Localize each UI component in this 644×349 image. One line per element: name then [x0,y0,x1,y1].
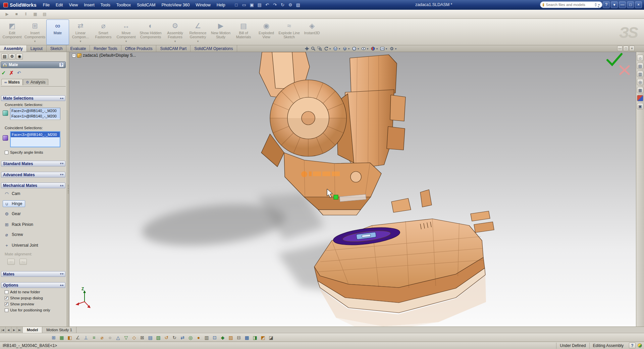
previous-view-icon[interactable] [323,46,329,52]
viewport-minimize-button[interactable]: — [617,46,623,51]
tab-scroll-next[interactable]: ▶ [11,327,17,333]
dropdown-caret-icon[interactable]: ▾ [395,47,398,50]
bottom-tool-icon[interactable]: ◩ [260,334,266,341]
tab-assembly[interactable]: Assembly [0,45,27,52]
bottom-tool-icon[interactable]: ▥ [203,334,210,341]
bottom-tool-icon[interactable]: ⊥ [83,334,89,341]
section-view-icon[interactable] [332,46,338,52]
menu-photoview[interactable]: PhotoView 360 [158,1,193,9]
tab-render-tools[interactable]: Render Tools [90,45,121,52]
explode-line-sketch-button[interactable]: ≈ Explode Line Sketch [278,19,301,45]
menu-toolbox[interactable]: Toolbox [113,1,134,9]
dropdown-caret-icon[interactable]: ▾ [376,47,379,50]
print-icon[interactable]: ▤ [256,2,263,8]
tab-office-products[interactable]: Office Products [121,45,157,52]
bottom-tool-icon[interactable]: ↻ [171,334,178,341]
show-hidden-components-button[interactable]: ◐ Show Hidden Components [138,19,164,45]
help-menu-button[interactable]: ▾ [611,1,618,8]
rebuild-icon[interactable]: ↻ [279,2,286,8]
add-to-new-folder-checkbox[interactable]: Add to new folder [5,290,40,294]
checkbox[interactable]: ✓ [5,296,8,300]
assembly-tree-label[interactable]: zadaca1 (Default<Display S... [83,53,136,58]
tab-analysis[interactable]: ⚙ Analysis [23,79,49,85]
aligned-button[interactable]: ↑↑ [7,259,15,265]
bottom-tool-icon[interactable]: ◆ [219,334,226,341]
apply-scene-icon[interactable] [379,46,385,52]
view-palette-icon[interactable]: ▦ [637,87,643,93]
undo-button[interactable]: ↶ [17,70,21,76]
options-icon[interactable]: ⚙ [287,2,294,8]
minimize-button[interactable]: — [619,1,626,8]
group-mechanical-mates[interactable]: Mechanical Mates ▲▲ [1,183,65,188]
design-library-icon[interactable]: ▤ [637,63,643,69]
use-for-positioning-only-checkbox[interactable]: Use for positioning only [5,308,50,312]
tab-sketch[interactable]: Sketch [47,45,67,52]
reference-geometry-button[interactable]: ∠ Reference Geometry ▾ [186,19,209,45]
mate-type-rack-pinion[interactable]: ⊞ Rack Pinion [3,221,36,228]
viewport[interactable]: Z + zadaca1 (Default<Display S... [69,52,636,327]
quick-tips-icon[interactable]: ? [629,343,636,348]
bottom-tool-icon[interactable]: ≡ [91,334,97,341]
redo-icon[interactable]: ↷ [272,2,278,8]
specify-angle-limits-checkbox[interactable]: Specify angle limits [5,150,43,155]
feature-tree-root[interactable]: + zadaca1 (Default<Display S... [72,53,136,58]
mate-type-screw[interactable]: ⌀ Screw [3,231,26,238]
mate-button[interactable]: ∞ Mate [46,19,69,45]
appearance-icon[interactable]: ▧ [295,2,302,8]
solidworks-resources-icon[interactable]: ⌂ [637,55,643,61]
bottom-tool-icon[interactable]: ⊡ [211,334,218,341]
bottom-tool-icon[interactable]: ⌀ [99,334,105,341]
3d-model-canvas[interactable]: Z [69,52,636,327]
group-advanced-mates[interactable]: Advanced Mates ▼▼ [1,172,65,178]
assembly-features-button[interactable]: ⚙ Assembly Features ▾ [164,19,186,45]
bottom-tool-icon[interactable]: ▽ [123,334,129,341]
coincident-selections-list[interactable]: Face<3>@IRB140_-_M200 [10,131,60,147]
mate-type-universal-joint[interactable]: + Universal Joint [3,242,41,249]
search-icon[interactable] [595,3,596,6]
help-icon[interactable]: ? [59,62,64,67]
open-icon[interactable]: ▭ [241,2,248,8]
cancel-button[interactable]: ✗ [9,70,13,76]
show-preview-checkbox[interactable]: ✓ Show preview [5,302,34,306]
stop-icon[interactable]: ■ [13,11,20,17]
smart-fasteners-button[interactable]: ⌀ Smart Fasteners [92,19,115,45]
confirmation-corner[interactable] [607,54,629,74]
bottom-tool-icon[interactable]: ◇ [131,334,138,341]
configuration-tab[interactable]: ◉ [16,53,23,59]
tab-mates[interactable]: ∞ Mates [1,79,23,85]
search-box[interactable]: ▾ [540,1,602,8]
undo-icon[interactable]: ↶ [264,2,271,8]
play-icon[interactable]: ▶ [3,11,11,17]
mate-type-hinge[interactable]: ∪ Hinge [3,200,25,207]
dropdown-caret-icon[interactable]: ▾ [358,47,360,50]
custom-properties-icon[interactable]: ▣ [637,103,643,109]
mate-type-cam[interactable]: ◠ Cam [3,190,23,197]
dropdown-caret-icon[interactable]: ▾ [386,47,388,50]
confirm-cancel-icon[interactable] [620,66,629,74]
bottom-tool-icon[interactable]: ▨ [227,334,234,341]
list-item[interactable]: Face<3>@IRB140_-_M200 [11,132,60,137]
bottom-tool-icon[interactable]: ▤ [147,334,154,341]
bottom-tool-icon[interactable]: ● [195,334,202,341]
insert-components-button[interactable]: ⊞ Insert Components ▾ [23,19,46,45]
tab-layout[interactable]: Layout [27,45,47,52]
results-icon[interactable]: ▤ [41,11,48,17]
menu-help[interactable]: Help [214,1,228,9]
edit-appearance-icon[interactable] [370,46,376,52]
bottom-tool-icon[interactable]: ⇄ [179,334,186,341]
close-button[interactable]: × [635,1,642,8]
bottom-tool-icon[interactable]: ∠ [74,334,81,341]
checkbox[interactable] [5,308,8,312]
dropdown-caret-icon[interactable]: ▾ [329,47,332,50]
tab-scroll-first[interactable]: |◀ [0,327,6,333]
panel-splitter[interactable] [67,52,69,327]
tab-evaluate[interactable]: Evaluate [66,45,90,52]
bottom-tool-icon[interactable]: △ [115,334,121,341]
view-orientation-icon[interactable] [342,46,348,52]
bottom-tool-icon[interactable]: ▦ [58,334,65,341]
ok-button[interactable]: ✓ [1,70,6,76]
group-options[interactable]: Options ▲▲ [1,282,65,288]
robot-arm-part[interactable] [259,52,406,215]
group-mates[interactable]: Mates ▼▼ [1,271,65,277]
maximize-button[interactable]: □ [627,1,634,8]
